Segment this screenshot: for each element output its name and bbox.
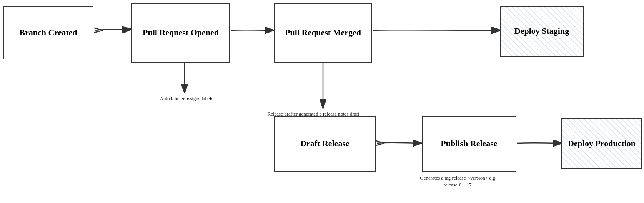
branch-created-label: Branch Created xyxy=(19,27,77,38)
auto-labeler-label: Auto labeler assigns labels xyxy=(142,95,231,102)
pull-request-merged-box: Pull Request Merged xyxy=(274,3,372,63)
deploy-staging-label: Deploy Staging xyxy=(514,26,569,37)
diagram: Branch Created Pull Request Opened Pull … xyxy=(0,0,644,203)
pull-request-merged-label: Pull Request Merged xyxy=(285,27,361,38)
pull-request-opened-label: Pull Request Opened xyxy=(143,27,219,38)
release-drafter-label: Release drafter generated a release note… xyxy=(265,111,361,117)
generates-tag-label: Generates a tag release-<version> e.g re… xyxy=(415,175,500,188)
publish-release-box: Publish Release xyxy=(422,116,516,172)
deploy-staging-box: Deploy Staging xyxy=(500,6,584,57)
draft-release-box: Draft Release xyxy=(274,116,376,172)
svg-line-1 xyxy=(94,28,103,30)
branch-created-box: Branch Created xyxy=(3,6,93,59)
deploy-production-label: Deploy Production xyxy=(568,138,636,149)
deploy-production-box: Deploy Production xyxy=(561,118,642,169)
svg-line-4 xyxy=(376,143,384,145)
svg-line-2 xyxy=(94,30,103,33)
svg-line-3 xyxy=(376,141,384,143)
draft-release-label: Draft Release xyxy=(300,138,349,149)
publish-release-label: Publish Release xyxy=(441,138,497,149)
pull-request-opened-box: Pull Request Opened xyxy=(131,3,230,63)
